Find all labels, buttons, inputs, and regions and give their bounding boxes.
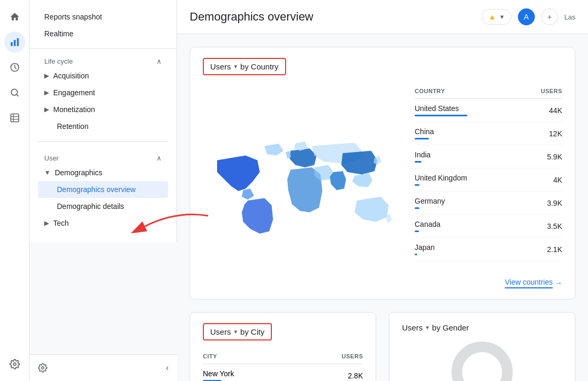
city-card-header: Users ▼ by City: [203, 323, 363, 340]
users-by-gender-title: Users ▼ by Gender: [402, 323, 469, 332]
users-col-header: USERS: [541, 88, 562, 94]
city-dropdown-icon: ▼: [233, 329, 238, 335]
country-bar: [415, 115, 467, 116]
arrow-right-icon: →: [555, 279, 562, 287]
country-bar: [415, 138, 429, 139]
country-table: COUNTRY USERS United States 44K China 12…: [415, 84, 562, 288]
by-country-label: by Country: [240, 62, 279, 71]
users-by-country-card: Users ▼ by Country: [190, 47, 575, 299]
country-rows: United States 44K China 12K India 5.9K U…: [415, 99, 562, 261]
table-row: United States 44K: [415, 99, 562, 122]
country-table-header: COUNTRY USERS: [415, 84, 562, 99]
table-row: China 12K: [415, 122, 562, 145]
view-countries-label: View countries: [505, 278, 553, 288]
add-comparison-button[interactable]: +: [541, 8, 558, 25]
sidebar-retention[interactable]: Retention: [38, 118, 168, 135]
country-name: Canada: [415, 220, 440, 228]
city-col-header: CITY: [203, 353, 217, 359]
sidebar-realtime[interactable]: Realtime: [38, 25, 168, 42]
gender-card-header: Users ▼ by Gender: [402, 323, 562, 332]
dropdown-icon: ▼: [233, 64, 238, 69]
icon-navigation: [0, 0, 30, 381]
country-name: United Kingdom: [415, 174, 467, 182]
world-map-container: [203, 84, 402, 288]
users-dropdown-label[interactable]: Users: [210, 62, 231, 71]
svg-rect-5: [11, 114, 18, 122]
sidebar-demographics-overview[interactable]: Demographics overview: [38, 181, 168, 198]
page-title: Demographics overview: [190, 10, 475, 24]
sidebar: Reports snapshot Realtime Life cycle ∧ ▶…: [30, 0, 177, 242]
table-row: Japan 2.1K: [415, 238, 562, 261]
country-name: Germany: [415, 197, 445, 205]
user-header[interactable]: User ∧: [38, 152, 168, 164]
warning-icon: ▲: [488, 13, 496, 21]
chevron-right-icon: ▶: [44, 219, 49, 227]
country-users-count: 5.9K: [547, 153, 562, 161]
country-name: United States: [415, 104, 467, 113]
data-nav-icon[interactable]: [4, 107, 25, 128]
table-row: India 5.9K: [415, 145, 562, 168]
page-header: Demographics overview ▲ ▼ A + Las: [177, 0, 588, 34]
country-bar: [415, 230, 419, 232]
country-users-count: 3.5K: [547, 222, 562, 230]
country-name: Japan: [415, 243, 435, 252]
settings-nav-icon[interactable]: [4, 354, 25, 375]
page-content: Users ▼ by Country: [177, 34, 588, 381]
chevron-right-icon: ▶: [44, 89, 49, 96]
country-bar: [415, 207, 419, 209]
table-row: Germany 3.9K: [415, 192, 562, 215]
country-users-count: 3.9K: [547, 199, 562, 207]
chevron-down-icon: ▼: [44, 169, 51, 176]
sidebar-demographics[interactable]: ▼ Demographics: [38, 164, 168, 181]
users-by-country-title: Users ▼ by Country: [203, 58, 286, 75]
country-users-count: 44K: [549, 106, 562, 115]
gender-chart-container: [402, 340, 562, 381]
svg-rect-1: [14, 40, 15, 46]
sidebar-demographic-details[interactable]: Demographic details: [38, 198, 168, 215]
sidebar-reports-snapshot[interactable]: Reports snapshot: [38, 8, 168, 25]
users-by-city-card: Users ▼ by City CITY USERS New York 2.8K: [190, 312, 376, 381]
lifecycle-header[interactable]: Life cycle ∧: [38, 55, 168, 67]
lifecycle-section: Life cycle ∧ ▶ Acquisition ▶ Engagement …: [30, 49, 177, 137]
sidebar-monetization[interactable]: ▶ Monetization: [38, 101, 168, 118]
comparison-badge[interactable]: ▲ ▼: [482, 9, 512, 25]
view-countries-link[interactable]: View countries →: [505, 278, 562, 288]
users-by-gender-card: Users ▼ by Gender: [389, 312, 575, 381]
sidebar-tech[interactable]: ▶ Tech: [38, 215, 168, 232]
svg-rect-2: [17, 38, 18, 46]
world-map-svg: [203, 128, 402, 244]
svg-rect-0: [11, 42, 12, 46]
country-bar: [415, 254, 417, 255]
city-users-count: 2.8K: [348, 372, 363, 380]
country-name: China: [415, 127, 434, 136]
home-nav-icon[interactable]: [4, 6, 25, 27]
country-users-count: 4K: [553, 176, 562, 184]
user-avatar[interactable]: A: [518, 8, 535, 25]
city-users-label[interactable]: Users: [210, 327, 231, 336]
country-bar: [415, 161, 422, 163]
country-layout: COUNTRY USERS United States 44K China 12…: [203, 84, 562, 288]
chevron-right-icon: ▶: [44, 72, 49, 79]
svg-point-4: [11, 89, 17, 95]
by-city-label: by City: [240, 327, 264, 336]
dropdown-arrow-icon: ▼: [499, 14, 505, 20]
gender-dropdown-icon: ▼: [425, 325, 430, 330]
country-name: India: [415, 151, 430, 159]
country-users-count: 2.1K: [547, 245, 562, 254]
country-bar: [415, 184, 419, 186]
user-section: User ∧ ▼ Demographics Demographics overv…: [30, 146, 177, 234]
last-updated-label: Las: [564, 13, 575, 21]
city-table-header: CITY USERS: [203, 349, 363, 364]
explore-nav-icon[interactable]: [4, 82, 25, 103]
city-users-col-header: USERS: [342, 353, 363, 359]
sidebar-engagement[interactable]: ▶ Engagement: [38, 84, 168, 101]
analytics-nav-icon[interactable]: [4, 32, 25, 53]
reports-nav-icon[interactable]: [4, 57, 25, 78]
gender-users-label[interactable]: Users: [402, 323, 423, 332]
sidebar-acquisition[interactable]: ▶ Acquisition: [38, 67, 168, 84]
table-row: Canada 3.5K: [415, 215, 562, 238]
sidebar-divider: [38, 141, 168, 142]
gender-donut-chart: [450, 340, 514, 381]
main-content: Demographics overview ▲ ▼ A + Las Users …: [177, 0, 588, 381]
country-card-header: Users ▼ by Country: [203, 58, 562, 75]
